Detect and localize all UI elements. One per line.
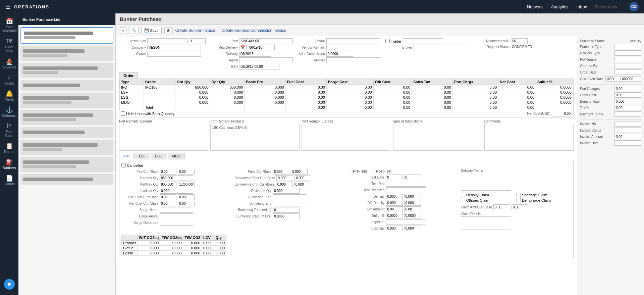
- sidebar-item-voyages[interactable]: ⛵ Voyages: [0, 56, 18, 71]
- sidebar-item-forms[interactable]: 📋 Forms: [0, 141, 18, 156]
- sulfur-1[interactable]: [386, 213, 403, 218]
- min-qty-input[interactable]: [160, 182, 176, 187]
- test-days-2[interactable]: [404, 175, 421, 180]
- comments-box[interactable]: [484, 124, 574, 151]
- order-date-input[interactable]: [614, 69, 641, 75]
- vessel-input[interactable]: [147, 38, 187, 44]
- bunkering-time-input[interactable]: [273, 207, 300, 213]
- list-item[interactable]: [20, 140, 113, 155]
- cancelled-checkbox-label[interactable]: Cancelled: [121, 163, 571, 167]
- list-item[interactable]: [20, 157, 113, 172]
- user-avatar[interactable]: CS: [629, 2, 639, 11]
- delete-button[interactable]: 🗑: [164, 27, 173, 34]
- company-input[interactable]: [147, 45, 201, 50]
- tab-lsg[interactable]: LSG: [151, 153, 167, 159]
- list-item[interactable]: [20, 93, 113, 108]
- delivered-qty-input[interactable]: [273, 188, 300, 194]
- invoice-amount-input[interactable]: [614, 134, 641, 139]
- port-input[interactable]: [239, 38, 293, 44]
- diff-amount-2[interactable]: [404, 206, 421, 212]
- create-commission-link[interactable]: Create Address Commission Invoice: [221, 28, 286, 33]
- demurrage-claim-checkbox[interactable]: [517, 198, 521, 202]
- invoiced-qty-input[interactable]: [160, 188, 193, 194]
- bw-cntr-1[interactable]: [276, 182, 293, 187]
- table-row[interactable]: LSF0.0000.0000.0000.000.000.000.000.000.…: [120, 90, 573, 95]
- payment-terms-input[interactable]: [614, 111, 641, 117]
- sidebar-item-fleet-map[interactable]: 🗺 Fleet Map: [0, 36, 18, 55]
- nav-network[interactable]: Network: [527, 4, 543, 9]
- pretest-label[interactable]: Pre-Test: [348, 169, 367, 173]
- table-row[interactable]: Total0.000.000.000.000.000.00: [120, 105, 573, 110]
- tab-lsf[interactable]: LSF: [135, 153, 150, 159]
- list-item[interactable]: [20, 63, 113, 78]
- vendor-input[interactable]: [326, 38, 380, 44]
- purchase-type-input[interactable]: [614, 44, 641, 49]
- sulfur-2[interactable]: [404, 213, 421, 218]
- claim-amt-2[interactable]: [512, 204, 528, 210]
- ordered-by-input[interactable]: [614, 63, 641, 68]
- diff-amount-1[interactable]: [386, 206, 403, 212]
- test-due-input[interactable]: [386, 181, 426, 187]
- req-delivery-input[interactable]: [248, 45, 275, 50]
- table-row[interactable]: Product0.0000.0000.0000.0000.000: [122, 241, 226, 246]
- bw-spot-1[interactable]: [276, 175, 293, 181]
- trader-checkbox[interactable]: [385, 39, 390, 43]
- net-cost-1[interactable]: [160, 201, 176, 206]
- agent-input[interactable]: [239, 57, 293, 63]
- fee-curr-1[interactable]: [160, 169, 176, 175]
- table-row[interactable]: IFOIFO180850.000850.0000.0000.000.000.00…: [120, 85, 573, 90]
- menu-icon[interactable]: ☰: [5, 4, 10, 10]
- bunkering-rate-input[interactable]: [273, 213, 300, 219]
- broker-input[interactable]: [414, 45, 467, 50]
- bunkering-start-input[interactable]: [273, 194, 306, 200]
- claim-amt-1[interactable]: [493, 204, 510, 210]
- port-remark-products-box[interactable]: 180 Cst, max 3.5% S: [210, 124, 300, 151]
- list-item[interactable]: [20, 127, 113, 138]
- test-received-input[interactable]: [386, 187, 426, 193]
- port-remark-barges-box[interactable]: [302, 124, 391, 151]
- diff-density-1[interactable]: [386, 200, 403, 206]
- fuel-cost-1[interactable]: [160, 194, 176, 200]
- invoice-status-input[interactable]: [614, 128, 641, 133]
- vendor-remark-input[interactable]: [326, 45, 380, 50]
- table-row[interactable]: Biofuel0.0000.0000.0000.0000.000: [122, 246, 226, 251]
- table-row[interactable]: MDO0.0000.0000.0000.000.000.000.000.000.…: [120, 100, 573, 105]
- list-item[interactable]: [20, 174, 113, 185]
- table-row[interactable]: Fossil0.0000.0000.0000.0000.000: [122, 251, 226, 256]
- offspec-claim-checkbox[interactable]: [461, 198, 465, 202]
- price-1[interactable]: [273, 169, 289, 175]
- price-2[interactable]: [291, 169, 308, 175]
- sidebar-item-tasks[interactable]: ✓ Tasks: [0, 72, 18, 87]
- tab-mdo[interactable]: MDO: [168, 153, 185, 159]
- viscosity-2[interactable]: [404, 226, 421, 231]
- search-button[interactable]: 🔍: [129, 27, 139, 34]
- list-item[interactable]: [20, 110, 113, 125]
- chat-button[interactable]: 💬: [4, 279, 15, 290]
- etb-input[interactable]: [239, 64, 279, 69]
- cancelled-checkbox[interactable]: [121, 163, 126, 167]
- sidebar-item-port-schedule[interactable]: 📅 Port Schedule: [0, 16, 18, 35]
- special-instructions-box[interactable]: [393, 124, 482, 151]
- posttest-label[interactable]: Post-Test: [371, 169, 391, 173]
- requirement-id-input[interactable]: [511, 38, 528, 44]
- list-item[interactable]: [20, 46, 113, 61]
- pretest-checkbox[interactable]: [348, 169, 352, 173]
- bw-cntr-2[interactable]: [294, 182, 311, 187]
- owner-input[interactable]: [147, 51, 201, 57]
- po-number-input[interactable]: [614, 57, 641, 62]
- bw-spot-2[interactable]: [294, 175, 311, 181]
- delivery-input[interactable]: [239, 51, 271, 57]
- add-button[interactable]: +: [120, 27, 126, 34]
- sidebar-item-onboard[interactable]: ⚓ Onboard: [0, 105, 18, 119]
- port-remark-general-box[interactable]: [119, 124, 208, 151]
- voy-input[interactable]: [189, 38, 206, 44]
- right-tax-input[interactable]: [614, 105, 641, 110]
- addr-commission-input[interactable]: [326, 51, 353, 57]
- bunkering-end-input[interactable]: [273, 201, 306, 206]
- viscosity-1[interactable]: [386, 226, 403, 231]
- density-1[interactable]: [386, 194, 403, 199]
- fuel-cost-2[interactable]: [178, 194, 195, 200]
- trader-input[interactable]: [403, 38, 443, 44]
- sidebar-item-bunkers[interactable]: ⛽ Bunkers: [0, 157, 18, 172]
- right-other-cost-input[interactable]: [614, 92, 641, 98]
